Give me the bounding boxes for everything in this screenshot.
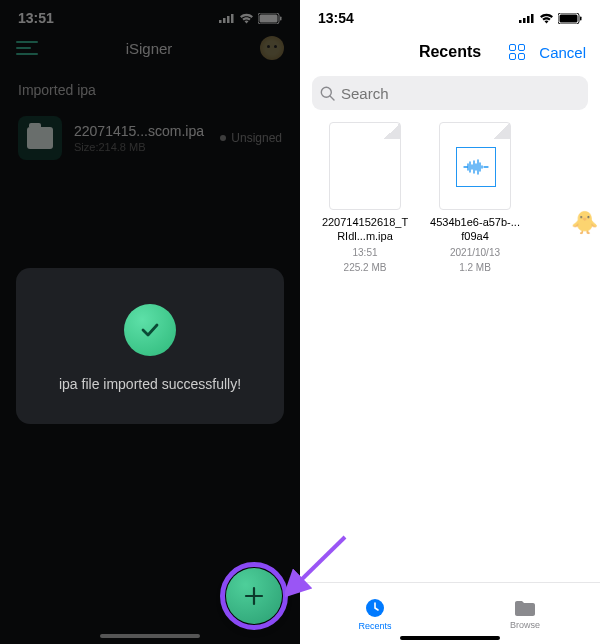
page-title: Recents: [419, 43, 481, 61]
battery-icon: [558, 13, 582, 24]
status-bar: 13:54: [300, 0, 600, 30]
file-icon: [18, 116, 62, 160]
battery-icon: [258, 13, 282, 24]
audio-document-icon: [439, 122, 511, 210]
file-name: 22071415...scom.ipa: [74, 123, 208, 139]
home-indicator: [400, 636, 500, 640]
highlight-ring: [220, 562, 288, 630]
clock-icon: [364, 597, 386, 619]
add-button[interactable]: [226, 568, 282, 624]
files-picker-screen: 13:54 Recents Cancel 220714152618_TRIdl.…: [300, 0, 600, 644]
toast-message: ipa file imported successfully!: [36, 376, 264, 392]
nav-bar: iSigner: [0, 30, 300, 66]
menu-icon[interactable]: [16, 41, 38, 55]
tab-browse[interactable]: Browse: [450, 583, 600, 644]
svg-rect-0: [219, 20, 222, 23]
checkmark-icon: [124, 304, 176, 356]
tab-bar: Recents Browse: [300, 582, 600, 644]
svg-rect-1: [223, 18, 226, 23]
svg-rect-8: [523, 18, 526, 23]
waveform-icon: [463, 159, 489, 175]
svg-rect-12: [560, 14, 578, 22]
tab-recents[interactable]: Recents: [300, 583, 450, 644]
section-title: Imported ipa: [0, 66, 300, 108]
svg-line-15: [330, 96, 334, 100]
emoji-sticker: 🐥: [571, 210, 598, 236]
file-size: Size:214.8 MB: [74, 141, 208, 153]
file-name: 4534b1e6-a57b-...f09a4: [430, 216, 520, 244]
search-icon: [320, 86, 335, 101]
file-size: 1.2 MB: [430, 261, 520, 274]
file-item[interactable]: 4534b1e6-a57b-...f09a4 2021/10/13 1.2 MB: [430, 122, 520, 274]
file-size: 225.2 MB: [320, 261, 410, 274]
isigner-screen: 13:51 iSigner Imported ipa 22071415...sc…: [0, 0, 300, 644]
svg-rect-6: [280, 16, 282, 20]
svg-rect-13: [580, 16, 582, 20]
cancel-button[interactable]: Cancel: [539, 44, 586, 61]
imported-file-row[interactable]: 22071415...scom.ipa Size:214.8 MB Unsign…: [0, 108, 300, 168]
home-indicator: [100, 634, 200, 638]
svg-rect-7: [519, 20, 522, 23]
folder-icon: [513, 598, 537, 618]
success-toast: ipa file imported successfully!: [16, 268, 284, 424]
nav-bar: Recents Cancel: [300, 30, 600, 70]
status-icons: [219, 13, 282, 24]
page-title: iSigner: [38, 40, 260, 57]
signal-icon: [519, 13, 535, 23]
search-bar[interactable]: [312, 76, 588, 110]
view-grid-icon[interactable]: [509, 44, 525, 60]
svg-rect-10: [531, 14, 534, 23]
svg-rect-2: [227, 16, 230, 23]
file-status: Unsigned: [220, 131, 282, 145]
svg-rect-3: [231, 14, 234, 23]
wifi-icon: [539, 13, 554, 24]
profile-avatar[interactable]: [260, 36, 284, 60]
status-dot-icon: [220, 135, 226, 141]
svg-rect-5: [260, 14, 278, 22]
file-name: 220714152618_TRIdl...m.ipa: [320, 216, 410, 244]
file-item[interactable]: 220714152618_TRIdl...m.ipa 13:51 225.2 M…: [320, 122, 410, 274]
wifi-icon: [239, 13, 254, 24]
status-time: 13:51: [18, 10, 54, 26]
svg-rect-9: [527, 16, 530, 23]
status-time: 13:54: [318, 10, 354, 26]
search-input[interactable]: [341, 85, 580, 102]
file-grid: 220714152618_TRIdl...m.ipa 13:51 225.2 M…: [300, 122, 600, 274]
signal-icon: [219, 13, 235, 23]
document-icon: [329, 122, 401, 210]
file-time: 2021/10/13: [430, 246, 520, 259]
status-bar: 13:51: [0, 0, 300, 30]
status-icons: [519, 13, 582, 24]
file-time: 13:51: [320, 246, 410, 259]
